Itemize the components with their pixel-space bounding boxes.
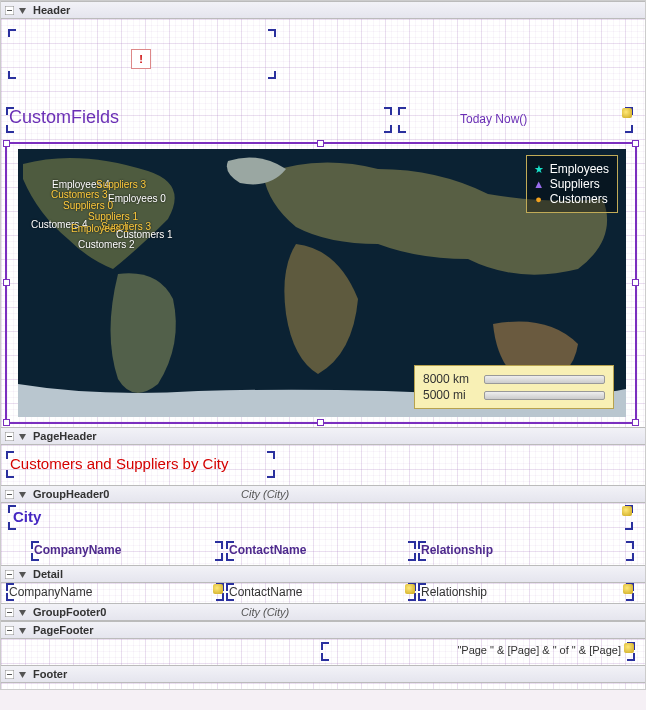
groupheader-surface[interactable]: City CompanyNameContactNameRelationship [1, 503, 645, 565]
legend-label: Suppliers [550, 177, 600, 191]
detail-field[interactable]: CompanyName [6, 583, 224, 601]
scale-bar [484, 375, 605, 384]
scale-row: 8000 km [423, 372, 605, 386]
section-bar-pagefooter[interactable]: PageFooter [1, 621, 645, 639]
bind-chip-icon [405, 584, 415, 594]
report-title: Customers and Suppliers by City [10, 455, 228, 472]
pagefooter-surface[interactable]: "Page " & [Page] & " of " & [Page] [1, 639, 645, 665]
map-point-label: Employees 0 [108, 193, 166, 204]
section-title: GroupFooter0 [33, 606, 106, 618]
section-expr: City (City) [241, 488, 289, 500]
section-bar-header[interactable]: Header [1, 1, 645, 19]
minus-icon [5, 608, 14, 617]
column-header-label: ContactName [229, 543, 306, 557]
collapse-icon[interactable] [18, 608, 27, 617]
legend-label: Customers [550, 192, 608, 206]
section-title: GroupHeader0 [33, 488, 109, 500]
minus-icon [5, 6, 14, 15]
legend-row: ▲Suppliers [533, 177, 609, 191]
legend-row: ●Customers [533, 192, 609, 206]
legend-label: Employees [550, 162, 609, 176]
minus-icon [5, 626, 14, 635]
detail-field-label: ContactName [229, 585, 302, 599]
resize-handle[interactable] [3, 419, 10, 426]
minus-icon [5, 490, 14, 499]
collapse-icon[interactable] [18, 626, 27, 635]
column-header-textbox[interactable]: ContactName [226, 541, 416, 561]
city-field[interactable]: City [8, 505, 633, 530]
map-scale: 8000 km5000 mi [414, 365, 614, 409]
resize-handle[interactable] [3, 140, 10, 147]
collapse-icon[interactable] [18, 570, 27, 579]
column-header-textbox[interactable]: Relationship [418, 541, 634, 561]
section-bar-pageheader[interactable]: PageHeader [1, 427, 645, 445]
section-title: PageFooter [33, 624, 94, 636]
footer-surface[interactable] [1, 683, 645, 689]
resize-handle[interactable] [3, 279, 10, 286]
section-expr: City (City) [241, 606, 289, 618]
today-now-label: Today Now() [460, 112, 527, 126]
minus-icon [5, 570, 14, 579]
pagenum-textbox[interactable]: "Page " & [Page] & " of " & [Page] [321, 642, 635, 661]
collapse-icon[interactable] [18, 670, 27, 679]
map-point-label: Customers 2 [78, 239, 135, 250]
legend-marker: ★ [533, 163, 545, 176]
scale-value: 8000 km [423, 372, 478, 386]
legend-row: ★Employees [533, 162, 609, 176]
section-bar-detail[interactable]: Detail [1, 565, 645, 583]
column-header-label: Relationship [421, 543, 493, 557]
detail-field[interactable]: Relationship [418, 583, 634, 601]
collapse-icon[interactable] [18, 432, 27, 441]
legend-marker: ● [533, 193, 545, 205]
resize-handle[interactable] [632, 279, 639, 286]
scale-row: 5000 mi [423, 388, 605, 402]
scale-bar [484, 391, 605, 400]
map-point-label: Suppliers 0 [63, 200, 113, 211]
section-title: PageHeader [33, 430, 97, 442]
resize-handle[interactable] [317, 140, 324, 147]
resize-handle[interactable] [632, 140, 639, 147]
pageheader-surface[interactable]: Customers and Suppliers by City [1, 445, 645, 485]
detail-field[interactable]: ContactName [226, 583, 416, 601]
legend-marker: ▲ [533, 178, 545, 190]
scale-value: 5000 mi [423, 388, 478, 402]
customfields-textbox[interactable]: CustomFields [6, 107, 392, 133]
title-textbox[interactable]: Customers and Suppliers by City [6, 451, 275, 478]
section-title: Footer [33, 668, 67, 680]
bind-chip-icon [622, 108, 632, 118]
resize-handle[interactable] [632, 419, 639, 426]
section-bar-groupfooter[interactable]: GroupFooter0 City (City) [1, 603, 645, 621]
map-control[interactable]: Employees 4Suppliers 3Customers 3Employe… [18, 149, 626, 417]
detail-field-label: Relationship [421, 585, 487, 599]
minus-icon [5, 432, 14, 441]
bind-chip-icon [622, 506, 632, 516]
customfields-label: CustomFields [9, 107, 119, 128]
warning-icon: ! [131, 49, 151, 69]
map-legend: ★Employees▲Suppliers●Customers [526, 155, 618, 213]
section-bar-groupheader[interactable]: GroupHeader0 City (City) [1, 485, 645, 503]
bind-chip-icon [624, 643, 634, 653]
column-header-label: CompanyName [34, 543, 121, 557]
bind-chip-icon [623, 584, 633, 594]
city-label: City [13, 508, 41, 525]
pagenum-expr: "Page " & [Page] & " of " & [Page] [457, 644, 621, 656]
resize-handle[interactable] [317, 419, 324, 426]
section-title: Detail [33, 568, 63, 580]
header-surface[interactable]: ! CustomFields Today Now() [1, 19, 645, 427]
detail-surface[interactable]: CompanyNameContactNameRelationship [1, 583, 645, 603]
section-title: Header [33, 4, 70, 16]
column-header-textbox[interactable]: CompanyName [31, 541, 223, 561]
section-bar-footer[interactable]: Footer [1, 665, 645, 683]
minus-icon [5, 670, 14, 679]
collapse-icon[interactable] [18, 6, 27, 15]
detail-field-label: CompanyName [9, 585, 92, 599]
bind-chip-icon [213, 584, 223, 594]
collapse-icon[interactable] [18, 490, 27, 499]
map-point-label: Customers 3 [51, 189, 108, 200]
today-now-textbox[interactable]: Today Now() [398, 107, 633, 133]
